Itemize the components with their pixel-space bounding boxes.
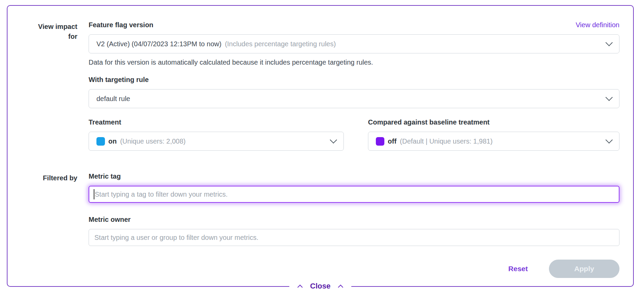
feature-flag-version-value: V2 (Active) (04/07/2023 12:13PM to now) [96,40,221,48]
metric-owner-field-wrapper [89,229,619,246]
screen: View impact for Feature flag version Vie… [0,0,644,296]
treatment-label: Treatment [89,118,344,126]
baseline-treatment-select[interactable]: off (Default | Unique users: 1,981) [368,132,619,151]
metric-owner-label: Metric owner [89,216,619,224]
metric-owner-input[interactable] [89,229,619,246]
reset-button[interactable]: Reset [508,265,528,273]
metric-tag-label: Metric tag [89,172,619,180]
treatment-select[interactable]: on (Unique users: 2,008) [89,132,344,151]
view-impact-line2: for [7,32,77,42]
actions-row: Reset Apply [89,260,619,290]
chevron-down-icon [330,136,337,143]
view-impact-line1: View impact [7,22,77,32]
metric-tag-field-wrapper [89,186,619,203]
feature-flag-version-select[interactable]: V2 (Active) (04/07/2023 12:13PM to now) … [89,34,619,53]
targeting-rule-label: With targeting rule [89,76,619,84]
impact-filter-panel: View impact for Feature flag version Vie… [7,5,634,287]
filtered-by-fields: Metric tag Metric owner Reset Apply [89,172,619,290]
baseline-treatment-label: Compared against baseline treatment [368,118,619,126]
chevron-down-icon [605,39,613,46]
chevron-up-icon [338,284,343,290]
chevron-down-icon [605,94,613,101]
baseline-treatment-value: off [388,137,397,145]
treatment-color-swatch [96,137,105,146]
close-label: Close [310,282,331,291]
baseline-color-swatch [376,137,384,146]
targeting-rule-select[interactable]: default rule [89,89,619,108]
feature-flag-version-value-note: (Includes percentage targeting rules) [225,40,336,48]
feature-flag-version-label: Feature flag version [89,21,153,29]
treatment-value-note: (Unique users: 2,008) [120,137,185,145]
section-label-view-impact-for: View impact for [7,21,77,151]
section-label-filtered-by: Filtered by [7,172,77,290]
text-cursor [94,189,94,199]
apply-button[interactable]: Apply [549,260,619,278]
targeting-rule-value: default rule [96,95,130,103]
feature-flag-version-helper-text: Data for this version is automatically c… [89,59,619,66]
view-definition-link[interactable]: View definition [576,21,619,29]
metric-tag-input[interactable] [89,186,619,203]
chevron-down-icon [605,136,613,143]
baseline-treatment-value-note: (Default | Unique users: 1,981) [400,137,493,145]
close-panel-button[interactable]: Close [289,282,351,291]
view-impact-fields: Feature flag version View definition V2 … [89,21,619,151]
chevron-up-icon [297,284,303,290]
treatment-value: on [108,137,117,145]
